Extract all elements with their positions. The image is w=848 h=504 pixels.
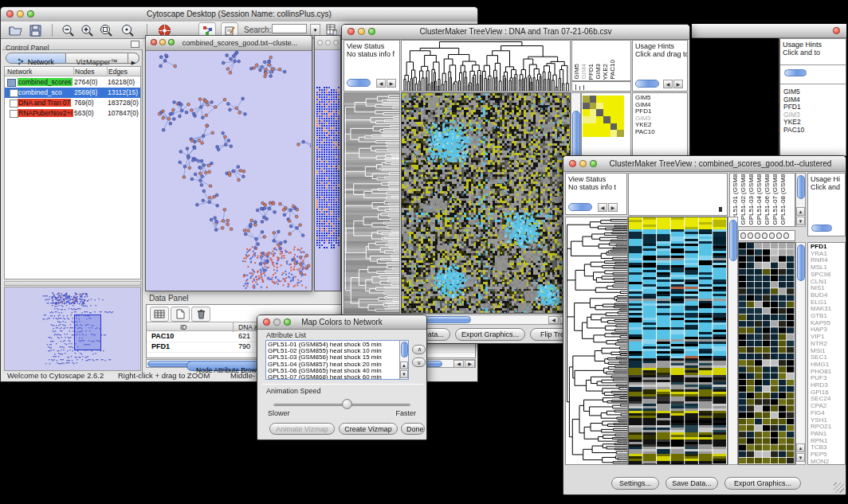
tab-overflow-button[interactable]: ▶ [128,53,139,64]
network-table-header[interactable]: Network Nodes Edges [5,67,140,76]
tab-network[interactable]: Network [6,53,66,64]
settings-button[interactable]: Settings... [611,477,659,490]
panel-splitter[interactable] [4,281,141,286]
slider-thumb[interactable] [342,399,352,409]
column-label[interactable]: YKE2 [603,64,609,80]
zoom-heatmap-cell[interactable] [596,109,603,116]
move-down-button[interactable]: v [412,357,426,367]
zoom-heatmap-cell[interactable] [610,109,618,116]
scrollbar-thumb[interactable] [635,80,659,88]
scroll-up-button[interactable]: ▲ [796,443,805,452]
tab-vizmapper[interactable]: VizMapper™ [66,53,128,64]
scrollbar-thumb[interactable] [347,79,371,87]
close-button[interactable] [347,28,355,35]
column-dendrogram-panel[interactable] [401,40,571,92]
attribute-list-vscrollbar[interactable]: ▲ ▼ [399,341,408,379]
scroll-left-button[interactable]: ◀ [548,316,559,324]
search-input[interactable] [272,24,307,33]
scroll-up-button[interactable]: ▲ [400,361,408,369]
column-label[interactable]: GIM4 [581,64,587,80]
zoom-heatmap-cell[interactable] [603,116,610,123]
column-dendrogram-panel[interactable] [628,173,728,216]
scroll-left-button[interactable]: ◀ [376,79,386,88]
scrollbar-thumb[interactable] [784,69,807,76]
network-tree-row[interactable]: combined_sco2569(6)13112(15) [5,88,140,98]
float-panel-icon[interactable] [131,41,139,48]
zoom-heatmap-cell[interactable] [583,96,590,103]
scroll-up-button[interactable]: ▲ [796,207,805,216]
scroll-left-button[interactable]: ◀ [598,203,607,212]
zoom-heatmap-cell[interactable] [583,109,590,116]
zoom-vscrollbar[interactable]: ▲ ▼ [795,242,806,465]
close-button[interactable] [569,160,576,167]
zoom-heatmap-cell[interactable] [610,96,618,103]
zoom-heatmap-cell[interactable] [603,123,610,131]
column-labels-vscrollbar[interactable]: ▲ ▼ [795,173,806,227]
row-dendrogram-canvas[interactable] [344,93,399,313]
zoom-heatmap-cell[interactable] [617,123,624,131]
close-button[interactable] [6,10,14,18]
zoom-heatmap-cell[interactable] [617,116,624,123]
column-label[interactable]: GPL51-04 (GSM857) [756,173,763,225]
network-tree-row[interactable]: combined_scores2764(0)16218(0) [5,77,140,88]
column-label[interactable]: GPL51-06 (GSM865) [764,173,771,225]
row-dendrogram-canvas[interactable] [566,217,627,464]
zoom-heatmap-cell[interactable] [603,130,610,137]
zoom-heatmap-cell[interactable] [596,96,603,103]
zoom-heatmap-cell[interactable] [617,109,624,116]
network-view-titlebar[interactable]: combined_scores_good.txt--cluste... [146,36,312,51]
resize-grip[interactable] [834,483,844,493]
scrollbar-thumb[interactable] [811,225,832,232]
zoom-heatmap-cell[interactable] [610,116,618,123]
save-data-button[interactable]: Save Data... [665,477,718,490]
gene-label-list[interactable]: GIM5GIM4PFD1GIM3YKE2PAC10 [783,88,804,134]
heatmap-canvas[interactable] [629,217,727,464]
zoom-fit-button[interactable] [96,22,116,38]
minimize-button[interactable] [579,160,587,167]
global-heatmap-panel[interactable] [628,217,728,465]
scrollbar-thumb[interactable] [797,244,805,281]
animation-slider[interactable] [273,398,410,411]
gene-label[interactable]: PAC10 [635,129,655,136]
scroll-right-button[interactable]: ▶ [673,80,683,88]
zoom-heatmap-cell[interactable] [590,123,597,131]
treeview-dna-titlebar[interactable]: ClusterMaker TreeView : DNA and Tran 07-… [342,25,689,40]
zoom-heatmap-cell[interactable] [583,130,590,137]
search-dropdown-button[interactable]: ▼ [310,24,320,36]
gene-label[interactable]: PAC10 [783,127,804,135]
zoom-in-button[interactable] [77,22,96,38]
scrollbar-thumb[interactable] [729,220,737,261]
network-grid-canvas[interactable] [316,87,340,249]
network-canvas[interactable] [147,51,311,291]
gene-label-list[interactable]: PFD1YRA1RNR4MSL1SPC98CLN1NIS1BUD4ELG1MAK… [811,244,831,465]
column-label[interactable]: GPL51-07 (GSM868) [772,173,779,225]
minimize-button[interactable] [358,28,365,35]
close-button[interactable] [317,40,323,45]
new-attribute-button[interactable] [171,307,190,322]
zoom-heatmap-canvas[interactable] [739,243,795,464]
attribute-list-item[interactable]: GPL51-07 (GSM868) heat shock 60 min [268,374,382,380]
scrollbar-thumb[interactable] [568,203,592,211]
zoom-selected-button[interactable] [118,22,137,38]
gene-label[interactable]: MON2 [811,459,831,465]
traffic-light-red[interactable] [833,27,840,34]
zoom-heatmap-cell[interactable] [583,103,590,110]
zoom-out-button[interactable] [58,22,77,38]
zoom-heatmap-cell[interactable] [596,123,603,131]
export-graphics-button[interactable]: Export Graphics... [724,477,801,490]
heatmap-canvas[interactable] [402,93,570,313]
column-label[interactable]: GIM5 [574,64,580,80]
attribute-listbox[interactable]: GPL51-01 (GSM854) heat shock 05 minGPL51… [265,340,409,380]
column-label[interactable]: GPL51-02 (GSM855) [740,173,747,225]
scroll-down-button[interactable]: ▼ [796,453,805,462]
zoom-heatmap-grid[interactable] [583,96,624,137]
zoom-heatmap-cell[interactable] [596,130,603,137]
scrollbar-thumb[interactable] [797,175,805,199]
save-button[interactable] [26,22,45,38]
scroll-right-button[interactable]: ▶ [608,203,618,212]
zoom-heatmap-cell[interactable] [596,116,603,123]
zoom-heatmap-cell[interactable] [610,103,618,110]
gene-label-list[interactable]: GIM5GIM4PFD1GIM3YKE2PAC10 [635,95,655,136]
zoom-heatmap-cell[interactable] [603,103,610,110]
global-heatmap-panel[interactable] [401,92,571,314]
